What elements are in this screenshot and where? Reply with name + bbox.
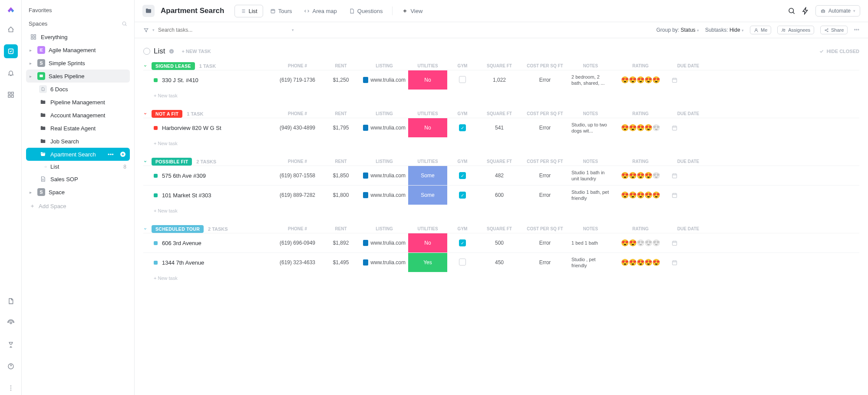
sidebar-sales-sop[interactable]: Sales SOP	[26, 173, 130, 186]
sidebar-folder-account[interactable]: Account Management	[26, 109, 130, 122]
column-header[interactable]: UTILITIES	[408, 157, 447, 166]
utilities-cell[interactable]: Yes	[408, 253, 447, 272]
subtasks-label[interactable]: Subtasks: Hide ▾	[705, 27, 744, 33]
column-header[interactable]: RENT	[321, 225, 360, 233]
listing-cell[interactable]: www.trulia.com	[360, 171, 408, 180]
tasks-icon[interactable]	[4, 44, 18, 58]
sidebar-space-sales[interactable]: ▸ Sales Pipeline	[26, 70, 130, 83]
rating-cell[interactable]: 😍😍😍😍😍	[612, 74, 669, 86]
phone-cell[interactable]: (619) 889-7282	[274, 190, 321, 200]
column-header[interactable]: LISTING	[360, 157, 408, 166]
status-badge[interactable]: SIGNED LEASE	[152, 62, 195, 70]
notifications-icon[interactable]	[4, 66, 18, 80]
duedate-cell[interactable]	[669, 258, 708, 268]
column-header[interactable]: RENT	[321, 157, 360, 166]
notes-cell[interactable]: 1 bed 1 bath	[569, 238, 612, 248]
column-header[interactable]: RATING	[612, 110, 669, 118]
cost-cell[interactable]: Error	[521, 238, 569, 248]
phone-cell[interactable]: (619) 323-4633	[274, 258, 321, 267]
sidebar-list-item[interactable]: ○ List 8	[26, 161, 130, 173]
column-header[interactable]: UTILITIES	[408, 225, 447, 233]
column-header[interactable]: SQUARE FT	[478, 110, 521, 118]
column-header[interactable]: COST PER SQ FT	[521, 110, 569, 118]
duedate-cell[interactable]	[669, 75, 708, 85]
listing-cell[interactable]: www.trulia.com	[360, 75, 408, 85]
sqft-cell[interactable]: 450	[478, 258, 521, 267]
view-tab-areamap[interactable]: Area map	[299, 5, 342, 17]
home-icon[interactable]	[4, 23, 18, 37]
duedate-cell[interactable]	[669, 238, 708, 248]
add-space-button[interactable]: ＋ Add Space	[26, 199, 130, 213]
task-name[interactable]: Harborview 820 W G St	[162, 125, 221, 131]
new-task-button[interactable]: + NEW TASK	[182, 49, 211, 54]
column-header[interactable]: COST PER SQ FT	[521, 157, 569, 166]
column-header[interactable]: RENT	[321, 110, 360, 118]
utilities-cell[interactable]: No	[408, 233, 447, 252]
collapse-icon[interactable]	[143, 64, 147, 68]
utilities-cell[interactable]: Some	[408, 186, 447, 205]
column-header[interactable]: GYM	[447, 110, 478, 118]
me-button[interactable]: Me	[750, 26, 771, 34]
notes-cell[interactable]: Studio 1 bath in unit laundry	[569, 168, 612, 184]
gym-cell[interactable]: ✓	[447, 123, 478, 133]
rent-cell[interactable]: $1,850	[321, 171, 360, 180]
cost-cell[interactable]: Error	[521, 171, 569, 180]
new-task-link[interactable]: + New task	[143, 205, 859, 213]
hide-closed-button[interactable]: HIDE CLOSED	[819, 49, 859, 54]
column-header[interactable]: DUE DATE	[669, 157, 708, 166]
status-badge[interactable]: POSSIBLE FIT	[152, 158, 192, 166]
column-header[interactable]: GYM	[447, 62, 478, 70]
listing-cell[interactable]: www.trulia.com	[360, 238, 408, 248]
column-header[interactable]: NOTES	[569, 62, 612, 70]
utilities-cell[interactable]: Some	[408, 166, 447, 185]
view-tab-list[interactable]: List	[234, 5, 263, 17]
search-icon[interactable]	[122, 21, 127, 27]
status-square-icon[interactable]	[154, 126, 158, 130]
assignees-button[interactable]: Assignees	[777, 26, 814, 34]
rent-cell[interactable]: $1,795	[321, 123, 360, 133]
new-task-link[interactable]: + New task	[143, 90, 859, 98]
task-row[interactable]: Harborview 820 W G St (949) 430-4899 $1,…	[143, 118, 859, 137]
duedate-cell[interactable]	[669, 190, 708, 200]
info-icon[interactable]	[168, 48, 175, 54]
column-header[interactable]: LISTING	[360, 110, 408, 118]
new-task-link[interactable]: + New task	[143, 137, 859, 146]
column-header[interactable]: NOTES	[569, 225, 612, 233]
utilities-cell[interactable]: No	[408, 70, 447, 90]
rating-cell[interactable]: 😍😍😍😍😍	[612, 189, 669, 201]
duedate-cell[interactable]	[669, 171, 708, 181]
column-header[interactable]: RENT	[321, 62, 360, 70]
checkbox[interactable]	[459, 259, 466, 266]
notes-cell[interactable]: Studio 1 bath, pet friendly	[569, 187, 612, 203]
gym-cell[interactable]	[447, 257, 478, 269]
column-header[interactable]: UTILITIES	[408, 110, 447, 118]
status-square-icon[interactable]	[154, 193, 158, 197]
task-row[interactable]: 606 3rd Avenue (619) 696-0949 $1,892 www…	[143, 233, 859, 252]
bolt-icon[interactable]	[802, 7, 809, 15]
chevron-down-icon[interactable]: ▾	[292, 28, 294, 32]
task-name[interactable]: 575 6th Ave #309	[162, 173, 206, 179]
filter-icon[interactable]	[143, 27, 149, 33]
rating-cell[interactable]: 😍😍😍😍😍	[612, 122, 669, 133]
column-header[interactable]: COST PER SQ FT	[521, 62, 569, 70]
column-header[interactable]: DUE DATE	[669, 110, 708, 118]
app-logo[interactable]	[6, 4, 16, 15]
task-name[interactable]: 101 Market St #303	[162, 192, 211, 199]
status-square-icon[interactable]	[154, 174, 158, 178]
cost-cell[interactable]: Error	[521, 258, 569, 267]
column-header[interactable]: LISTING	[360, 225, 408, 233]
more-icon[interactable]: •••	[854, 27, 859, 33]
gym-cell[interactable]	[447, 74, 478, 86]
chevron-down-icon[interactable]: ▾	[152, 28, 155, 32]
sidebar-folder-realestate[interactable]: Real Estate Agent	[26, 122, 130, 135]
listing-cell[interactable]: www.trulia.com	[360, 123, 408, 133]
column-header[interactable]: UTILITIES	[408, 62, 447, 70]
status-badge[interactable]: NOT A FIT	[152, 110, 182, 118]
sidebar-space-agile[interactable]: ▸ Agile Management	[26, 43, 130, 56]
column-header[interactable]: GYM	[447, 225, 478, 233]
view-tab-questions[interactable]: Questions	[344, 5, 388, 17]
duedate-cell[interactable]	[669, 123, 708, 133]
automate-button[interactable]: Automate ▾	[815, 5, 860, 17]
apps-icon[interactable]	[4, 88, 18, 102]
phone-cell[interactable]: (619) 807-1558	[274, 171, 321, 180]
